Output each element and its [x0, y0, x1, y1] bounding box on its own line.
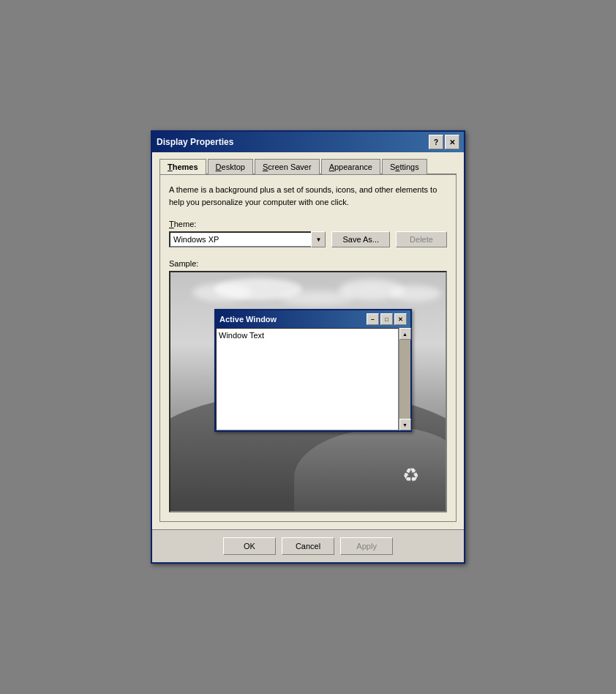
- themes-panel: A theme is a background plus a set of so…: [159, 175, 457, 522]
- sample-area: Active Window − □ ✕ Window Text ▲: [169, 271, 447, 512]
- inner-maximize-button[interactable]: □: [380, 313, 393, 325]
- display-properties-dialog: Display Properties ? ✕ Themes Desktop Sc…: [151, 130, 465, 564]
- inner-scrollbar: ▲ ▼: [399, 328, 410, 430]
- delete-button[interactable]: Delete: [396, 231, 447, 247]
- tab-desktop[interactable]: Desktop: [208, 159, 253, 174]
- inner-active-window: Active Window − □ ✕ Window Text ▲: [214, 309, 412, 432]
- ok-button[interactable]: OK: [223, 537, 276, 555]
- inner-content: Window Text ▲ ▼: [216, 328, 410, 430]
- dialog-footer: OK Cancel Apply: [152, 529, 464, 562]
- inner-title-bar: Active Window − □ ✕: [216, 310, 410, 328]
- inner-window-text: Window Text: [219, 331, 264, 340]
- scroll-down-button[interactable]: ▼: [399, 419, 411, 430]
- scroll-track: [399, 340, 410, 419]
- tab-settings[interactable]: Settings: [382, 159, 427, 174]
- theme-select[interactable]: Windows XP Windows Classic: [169, 231, 326, 247]
- inner-title-controls: − □ ✕: [367, 313, 407, 325]
- theme-label: Theme:: [169, 220, 447, 228]
- tab-appearance[interactable]: Appearance: [321, 159, 380, 174]
- title-bar: Display Properties ? ✕: [152, 132, 464, 152]
- title-bar-controls: ? ✕: [429, 135, 459, 149]
- cancel-button[interactable]: Cancel: [282, 537, 334, 555]
- inner-close-button[interactable]: ✕: [394, 313, 407, 325]
- description-text: A theme is a background plus a set of so…: [169, 184, 447, 208]
- window-title: Display Properties: [157, 137, 233, 147]
- inner-text-area: Window Text: [216, 328, 399, 430]
- theme-row: Windows XP Windows Classic ▼ Save As... …: [169, 231, 447, 247]
- close-button[interactable]: ✕: [445, 135, 459, 149]
- theme-select-wrapper: Windows XP Windows Classic ▼: [169, 231, 326, 247]
- apply-button[interactable]: Apply: [340, 537, 393, 555]
- help-button[interactable]: ?: [429, 135, 443, 149]
- inner-minimize-button[interactable]: −: [367, 313, 379, 325]
- save-as-button[interactable]: Save As...: [331, 231, 390, 247]
- sample-label: Sample:: [169, 259, 447, 268]
- tab-themes[interactable]: Themes: [159, 159, 206, 174]
- inner-window-title: Active Window: [219, 315, 277, 324]
- recycle-bin-icon: ♻: [396, 464, 425, 493]
- tab-screen-saver[interactable]: Screen Saver: [255, 159, 320, 174]
- dialog-content: Themes Desktop Screen Saver Appearance S…: [152, 152, 464, 529]
- tabs-container: Themes Desktop Screen Saver Appearance S…: [159, 158, 457, 175]
- scroll-up-button[interactable]: ▲: [399, 328, 411, 340]
